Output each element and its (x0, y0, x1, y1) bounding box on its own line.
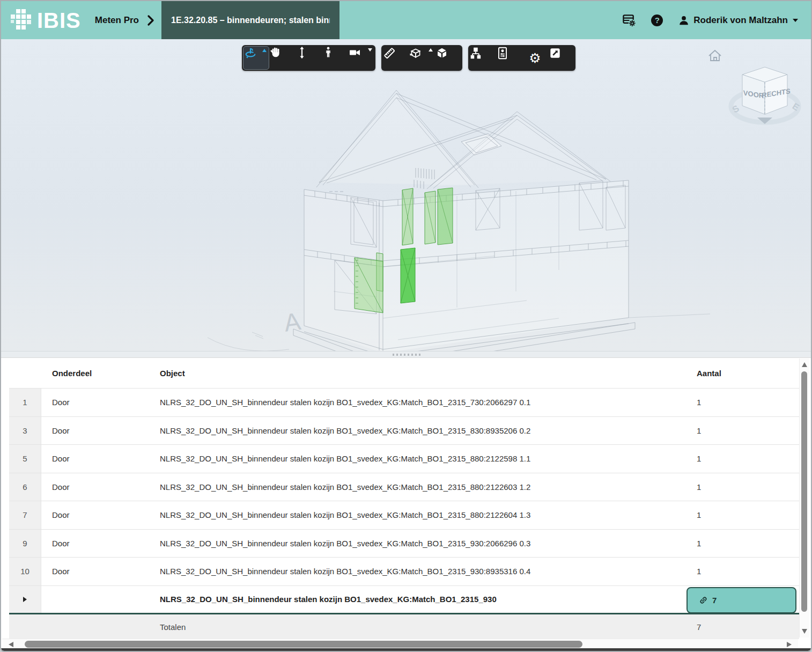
table-settings-icon (622, 13, 636, 27)
row-aantal: 1 (686, 567, 799, 576)
vertical-scroll-thumb[interactable] (801, 371, 807, 612)
camera-icon (348, 46, 362, 59)
group-aantal-cell: 7 (686, 586, 799, 612)
top-bar: IBIS Meten Pro 1E.32.20.85 – binnendeure… (1, 1, 811, 39)
user-menu[interactable]: Roderik von Maltzahn (678, 14, 798, 26)
camera-tool-button[interactable] (348, 46, 374, 70)
measure-tool-group (381, 45, 462, 71)
gear-icon: ⚙ (529, 52, 541, 65)
col-header-object[interactable]: Object (159, 369, 686, 378)
row-number: 10 (9, 558, 41, 585)
section-dropdown-icon (429, 48, 433, 52)
chevron-down-icon (793, 19, 798, 22)
scroll-left-arrow[interactable] (9, 642, 13, 647)
model-tree-button[interactable] (469, 46, 496, 70)
pan-tool-button[interactable] (269, 46, 296, 70)
row-aantal: 1 (686, 482, 799, 492)
table-row[interactable]: 6 Door NLRS_32_DO_UN_SH_binnendeur stale… (9, 473, 799, 501)
row-number: 6 (9, 473, 41, 501)
col-header-onderdeel[interactable]: Onderdeel (41, 369, 159, 378)
model-tree-icon (469, 46, 483, 60)
vertical-scrollbar[interactable] (799, 358, 809, 638)
row-number: 1 (9, 389, 41, 416)
table-row[interactable]: 5 Door NLRS_32_DO_UN_SH_binnendeur stale… (9, 444, 799, 473)
linked-quantity-chip[interactable]: 7 (686, 587, 796, 613)
model-scene: A (1, 39, 812, 351)
table-row[interactable]: 1 Door NLRS_32_DO_UN_SH_binnendeur stale… (9, 388, 799, 416)
horizontal-scrollbar[interactable] (2, 639, 798, 649)
row-onderdeel: Door (41, 567, 159, 576)
properties-panel-button[interactable] (496, 46, 522, 70)
properties-panel-icon (496, 46, 510, 60)
col-header-aantal[interactable]: Aantal (686, 369, 799, 378)
row-onderdeel: Door (41, 454, 159, 463)
pan-hand-icon (269, 46, 282, 59)
row-onderdeel: Door (41, 510, 159, 519)
breadcrumb-chevron-icon (139, 1, 161, 39)
ruler-icon (382, 46, 396, 60)
viewport-canvas[interactable]: A (1, 39, 812, 351)
expand-icon (548, 46, 562, 60)
row-aantal: 1 (686, 539, 799, 548)
orbit-tool-button[interactable] (243, 46, 269, 70)
split-divider (1, 351, 812, 357)
walk-tool-button[interactable] (322, 46, 348, 70)
table-row[interactable]: 9 Door NLRS_32_DO_UN_SH_binnendeur stale… (9, 529, 799, 558)
row-object: NLRS_32_DO_UN_SH_binnendeur stalen kozij… (159, 426, 686, 435)
totals-value: 7 (686, 622, 799, 632)
nav-cube[interactable]: VOOR RECHTS S E (730, 67, 801, 124)
section-annotation-letter: A (282, 307, 302, 337)
totals-label: Totalen (159, 622, 686, 632)
fullscreen-button[interactable] (548, 46, 574, 70)
row-aantal: 1 (686, 398, 799, 407)
ibis-logo-icon (10, 8, 32, 33)
row-object: NLRS_32_DO_UN_SH_binnendeur stalen kozij… (159, 398, 686, 407)
zoom-updown-icon (296, 46, 308, 59)
row-onderdeel: Door (41, 482, 159, 492)
row-object: NLRS_32_DO_UN_SH_binnendeur stalen kozij… (159, 510, 686, 519)
user-icon (678, 14, 690, 26)
active-measure-tab[interactable]: 1E.32.20.85 – binnendeuren; stalen binne… (161, 1, 339, 39)
section-tool-button[interactable] (409, 46, 435, 70)
group-summary-row[interactable]: NLRS_32_DO_UN_SH_binnendeur stalen kozij… (9, 585, 799, 613)
group-object: NLRS_32_DO_UN_SH_binnendeur stalen kozij… (159, 595, 686, 604)
row-number: 5 (9, 445, 41, 473)
expand-arrow-icon (23, 597, 27, 602)
scroll-up-arrow[interactable] (802, 362, 807, 367)
ibis-logo-text: IBIS (37, 10, 81, 31)
zoom-tool-button[interactable] (296, 46, 322, 70)
help-icon: ? (651, 14, 663, 26)
view-settings-button[interactable] (622, 13, 636, 27)
row-object: NLRS_32_DO_UN_SH_binnendeur stalen kozij… (159, 482, 686, 492)
ibis-logo[interactable]: IBIS (1, 1, 81, 39)
horizontal-scroll-thumb[interactable] (25, 641, 582, 648)
row-aantal: 1 (686, 426, 799, 435)
table-row[interactable]: 10 Door NLRS_32_DO_UN_SH_binnendeur stal… (9, 557, 799, 585)
row-number: 3 (9, 417, 41, 445)
header-actions: ? Roderik von Maltzahn (622, 1, 811, 39)
row-onderdeel: Door (41, 426, 159, 435)
model-house-wireframe: A (208, 90, 710, 351)
cube-icon (435, 46, 449, 60)
linked-quantity-value: 7 (712, 596, 717, 605)
group-expander-cell[interactable] (9, 586, 41, 613)
user-name: Roderik von Maltzahn (693, 15, 788, 26)
divider-drag-handle[interactable] (393, 354, 422, 356)
scroll-down-arrow[interactable] (802, 629, 807, 634)
table-row[interactable]: 7 Door NLRS_32_DO_UN_SH_binnendeur stale… (9, 501, 799, 529)
panel-tool-group: ⚙ (468, 45, 575, 71)
scroll-right-arrow[interactable] (787, 642, 792, 647)
measure-tool-button[interactable] (382, 46, 409, 70)
settings-button[interactable]: ⚙ (522, 46, 548, 70)
row-onderdeel: Door (41, 539, 159, 548)
help-button[interactable]: ? (650, 13, 664, 27)
table-row[interactable]: 3 Door NLRS_32_DO_UN_SH_binnendeur stale… (9, 416, 799, 445)
isolate-tool-button[interactable] (435, 46, 461, 70)
home-view-button[interactable] (709, 50, 721, 61)
totals-num-cell (9, 614, 41, 639)
app-window: IBIS Meten Pro 1E.32.20.85 – binnendeure… (0, 0, 812, 652)
row-number: 7 (9, 501, 41, 529)
orbit-dropdown-icon (262, 49, 267, 52)
app-name: Meten Pro (81, 1, 139, 39)
page-title: 1E.32.20.85 – binnendeuren; stalen binne… (171, 16, 330, 25)
